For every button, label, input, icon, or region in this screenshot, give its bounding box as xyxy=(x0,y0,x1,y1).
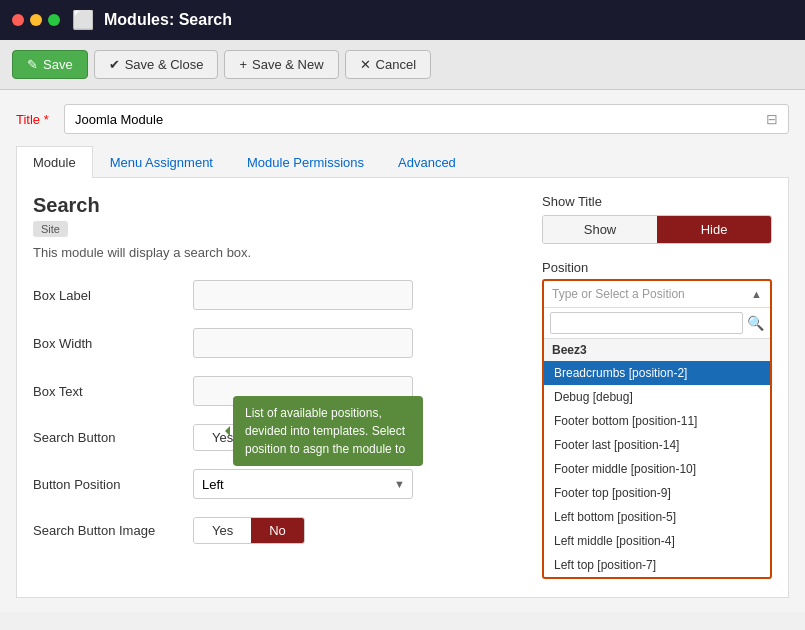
position-search-row: 🔍 xyxy=(544,308,770,339)
chevron-up-icon: ▲ xyxy=(751,288,762,300)
save-close-button[interactable]: ✔ Save & Close xyxy=(94,50,219,79)
position-item-footer-top[interactable]: Footer top [position-9] xyxy=(544,481,770,505)
title-field-label: Title * xyxy=(16,112,56,127)
left-column: Search Site This module will display a s… xyxy=(33,194,522,581)
box-width-row: Box Width xyxy=(33,328,522,358)
box-label-label: Box Label xyxy=(33,288,193,303)
save-new-button[interactable]: + Save & New xyxy=(224,50,338,79)
position-item-footer-middle[interactable]: Footer middle [position-10] xyxy=(544,457,770,481)
position-item-left-middle[interactable]: Left middle [position-4] xyxy=(544,529,770,553)
tooltip: List of available positions, devided int… xyxy=(233,396,423,466)
box-text-row: Box Text List of available positions, de… xyxy=(33,376,522,406)
cancel-label: Cancel xyxy=(376,57,416,72)
box-width-label: Box Width xyxy=(33,336,193,351)
search-button-label: Search Button xyxy=(33,430,193,445)
cancel-button[interactable]: ✕ Cancel xyxy=(345,50,431,79)
tab-advanced[interactable]: Advanced xyxy=(381,146,473,178)
button-position-label: Button Position xyxy=(33,477,193,492)
plus-icon: + xyxy=(239,57,247,72)
main-panel: Search Site This module will display a s… xyxy=(16,178,789,598)
tab-menu-assignment[interactable]: Menu Assignment xyxy=(93,146,230,178)
position-item-debug[interactable]: Debug [debug] xyxy=(544,385,770,409)
save-button[interactable]: ✎ Save xyxy=(12,50,88,79)
position-group-label: Beez3 xyxy=(544,339,770,361)
box-label-input[interactable] xyxy=(193,280,413,310)
show-title-label: Show Title xyxy=(542,194,772,209)
save-icon: ✎ xyxy=(27,57,38,72)
search-button-image-row: Search Button Image Yes No xyxy=(33,517,522,544)
title-bar: ⬜ Modules: Search xyxy=(0,0,805,40)
app-title: Modules: Search xyxy=(104,11,232,29)
box-label-row: Box Label xyxy=(33,280,522,310)
show-button[interactable]: Show xyxy=(543,216,657,243)
position-dropdown: Type or Select a Position ▲ 🔍 Beez3 Brea… xyxy=(542,279,772,579)
minimize-dot[interactable] xyxy=(30,14,42,26)
position-label: Position xyxy=(542,260,772,275)
title-row: Title * ⊟ xyxy=(16,104,789,134)
title-input-wrapper: ⊟ xyxy=(64,104,789,134)
search-button-image-no[interactable]: No xyxy=(251,518,304,543)
position-select-trigger[interactable]: Type or Select a Position ▲ xyxy=(544,281,770,308)
app-icon: ⬜ xyxy=(72,9,94,31)
position-item-footer-last[interactable]: Footer last [position-14] xyxy=(544,433,770,457)
box-text-label: Box Text xyxy=(33,384,193,399)
window-controls xyxy=(12,14,60,26)
position-list: Beez3 Breadcrumbs [position-2] Debug [de… xyxy=(544,339,770,577)
search-icon: 🔍 xyxy=(747,315,764,331)
right-column: Show Title Show Hide Position Type or Se… xyxy=(542,194,772,581)
box-width-input[interactable] xyxy=(193,328,413,358)
position-item-left-top[interactable]: Left top [position-7] xyxy=(544,553,770,577)
toolbar: ✎ Save ✔ Save & Close + Save & New ✕ Can… xyxy=(0,40,805,90)
title-input[interactable] xyxy=(75,112,758,127)
tab-module-permissions[interactable]: Module Permissions xyxy=(230,146,381,178)
save-new-label: Save & New xyxy=(252,57,324,72)
button-position-select[interactable]: Left Right xyxy=(193,469,413,499)
position-item-left-bottom[interactable]: Left bottom [position-5] xyxy=(544,505,770,529)
position-item-footer-bottom[interactable]: Footer bottom [position-11] xyxy=(544,409,770,433)
x-icon: ✕ xyxy=(360,57,371,72)
button-position-select-wrap: Left Right ▼ xyxy=(193,469,413,499)
toggle-icon: ⊟ xyxy=(766,111,778,127)
position-item-breadcrumbs[interactable]: Breadcrumbs [position-2] xyxy=(544,361,770,385)
module-description: This module will display a search box. xyxy=(33,245,522,260)
content-area: Title * ⊟ Module Menu Assignment Module … xyxy=(0,90,805,612)
position-search-input[interactable] xyxy=(550,312,743,334)
save-label: Save xyxy=(43,57,73,72)
maximize-dot[interactable] xyxy=(48,14,60,26)
checkmark-icon: ✔ xyxy=(109,57,120,72)
hide-button[interactable]: Hide xyxy=(657,216,771,243)
search-button-image-label: Search Button Image xyxy=(33,523,193,538)
position-placeholder: Type or Select a Position xyxy=(552,287,685,301)
search-button-image-toggle: Yes No xyxy=(193,517,305,544)
tab-module[interactable]: Module xyxy=(16,146,93,178)
close-dot[interactable] xyxy=(12,14,24,26)
save-close-label: Save & Close xyxy=(125,57,204,72)
site-badge: Site xyxy=(33,221,68,237)
search-button-image-yes[interactable]: Yes xyxy=(194,518,251,543)
button-position-row: Button Position Left Right ▼ xyxy=(33,469,522,499)
tabs-bar: Module Menu Assignment Module Permission… xyxy=(16,146,789,178)
show-hide-toggle: Show Hide xyxy=(542,215,772,244)
module-title: Search xyxy=(33,194,522,217)
